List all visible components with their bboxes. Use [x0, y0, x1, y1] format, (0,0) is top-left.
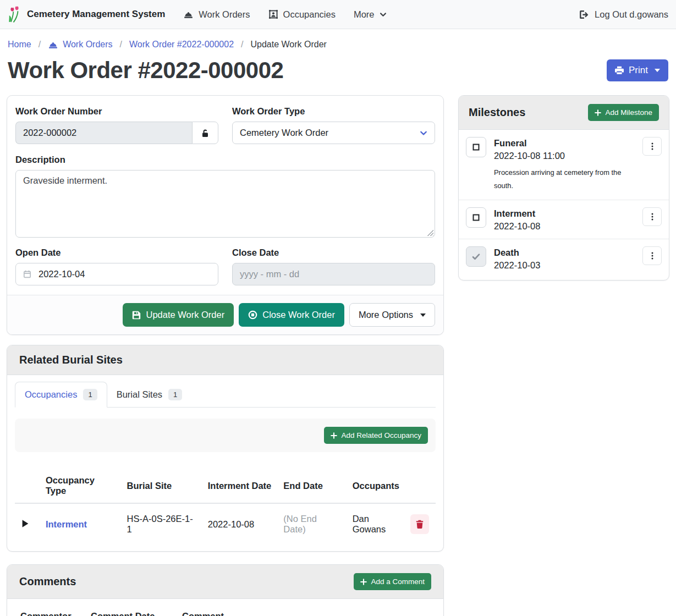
- milestone-date: 2022-10-08 11:00: [494, 151, 635, 161]
- column-header: Burial Site: [122, 469, 202, 503]
- milestone-menu-button[interactable]: [642, 246, 662, 265]
- more-options-button[interactable]: More Options: [349, 303, 435, 327]
- work-order-number-input: 2022-000002: [15, 122, 192, 144]
- comments-card: Comments Add a Comment Commentor Comment…: [7, 564, 444, 616]
- update-work-order-button[interactable]: Update Work Order: [123, 303, 234, 327]
- add-related-occupancy-button[interactable]: Add Related Occupancy: [324, 427, 428, 444]
- related-tabs: Occupancies 1 Burial Sites 1: [15, 382, 436, 408]
- end-date-cell: (No End Date): [283, 514, 317, 534]
- milestone-checkbox[interactable]: [466, 207, 486, 228]
- occupancy-type-link[interactable]: Interment: [46, 519, 87, 529]
- nav-item-label: Work Orders: [199, 9, 250, 20]
- page-title: Work Order #2022-000002: [8, 57, 283, 84]
- column-header: Commentor: [15, 604, 85, 616]
- breadcrumb-work-orders[interactable]: Work Orders: [48, 40, 112, 50]
- hard-hat-icon: [48, 41, 58, 49]
- nav-item-label: Occupancies: [283, 9, 336, 20]
- column-header: End Date: [278, 469, 347, 503]
- tab-occupancies[interactable]: Occupancies 1: [15, 382, 107, 408]
- milestone-title: Funeral: [494, 138, 635, 148]
- form-actions: Update Work Order Close Work Order More …: [7, 295, 443, 334]
- related-burial-sites-card: Related Burial Sites Occupancies 1 Buria…: [7, 345, 444, 552]
- nav-item-more[interactable]: More: [354, 9, 387, 20]
- burial-site-cell: HS-A-0S-26E-1-1: [122, 503, 202, 544]
- description-textarea[interactable]: Graveside interment.: [15, 170, 435, 238]
- delete-occupancy-button[interactable]: [410, 514, 429, 534]
- printer-icon: [615, 66, 624, 75]
- nav-item-work-orders[interactable]: Work Orders: [183, 9, 250, 20]
- description-label: Description: [15, 155, 435, 165]
- tulips-logo-icon: [8, 6, 22, 23]
- milestone-title: Interment: [494, 208, 635, 219]
- save-icon: [132, 311, 141, 320]
- occupancy-row: Interment HS-A-0S-26E-1-1 2022-10-08 (No…: [15, 503, 436, 544]
- close-date-label: Close Date: [232, 248, 435, 258]
- brand-name: Cemetery Management System: [27, 9, 165, 20]
- milestone-checkbox-checked[interactable]: [466, 246, 486, 267]
- breadcrumb: Home / Work Orders / Work Order #2022-00…: [0, 29, 676, 50]
- breadcrumb-work-order-number[interactable]: Work Order #2022-000002: [129, 40, 234, 50]
- stop-circle-icon: [248, 310, 257, 320]
- tab-count-badge: 1: [168, 389, 182, 400]
- milestone-menu-button[interactable]: [642, 207, 662, 226]
- milestone-menu-button[interactable]: [642, 137, 662, 156]
- kebab-icon: [651, 252, 653, 260]
- brand[interactable]: Cemetery Management System: [8, 6, 165, 23]
- logout-label: Log Out d.gowans: [595, 9, 668, 20]
- occupants-cell: Dan Gowans: [347, 503, 405, 544]
- close-work-order-button[interactable]: Close Work Order: [239, 303, 344, 327]
- logout-icon: [580, 10, 589, 19]
- related-burial-sites-title: Related Burial Sites: [19, 354, 123, 366]
- kebab-icon: [651, 213, 653, 221]
- lock-open-icon: [201, 129, 210, 138]
- work-order-type-select[interactable]: Cemetery Work Order: [232, 122, 435, 144]
- comments-table: Commentor Comment Date Comment d.gowans …: [15, 604, 436, 616]
- expand-row-button[interactable]: [20, 518, 30, 529]
- column-header: Comment: [177, 604, 364, 616]
- add-comment-button[interactable]: Add a Comment: [354, 573, 431, 590]
- open-date-input[interactable]: 2022-10-04: [15, 263, 218, 285]
- square-unchecked-icon: [471, 213, 481, 222]
- add-milestone-button[interactable]: Add Milestone: [588, 104, 659, 121]
- kebab-icon: [651, 142, 653, 150]
- caret-down-icon: [420, 314, 426, 317]
- milestone-title: Death: [494, 248, 635, 258]
- close-date-input: yyyy - mm - dd: [232, 263, 435, 285]
- check-icon: [471, 252, 481, 261]
- occupancies-table: Occupancy Type Burial Site Interment Dat…: [15, 469, 436, 544]
- nav-item-label: More: [354, 9, 375, 20]
- milestone-item-funeral: Funeral 2022-10-08 11:00 Procession arri…: [459, 130, 669, 200]
- print-button[interactable]: Print: [607, 59, 668, 81]
- milestone-item-interment: Interment 2022-10-08: [459, 200, 669, 239]
- column-header: Comment Date: [85, 604, 177, 616]
- nav-item-occupancies[interactable]: Occupancies: [268, 9, 336, 20]
- milestone-description: Procession arriving at cemetery from the…: [494, 166, 622, 193]
- work-order-number-label: Work Order Number: [15, 106, 218, 117]
- tab-count-badge: 1: [83, 389, 97, 400]
- unlock-toggle-button[interactable]: [192, 122, 218, 144]
- milestones-title: Milestones: [469, 106, 525, 119]
- milestone-checkbox[interactable]: [466, 137, 486, 157]
- trash-icon: [416, 520, 424, 529]
- occupancies-toolbar: Add Related Occupancy: [15, 419, 436, 452]
- milestone-date: 2022-10-08: [494, 221, 635, 232]
- chevron-down-icon: [420, 129, 427, 137]
- column-header: Occupancy Type: [40, 469, 122, 503]
- column-header: Interment Date: [202, 469, 278, 503]
- breadcrumb-separator: /: [120, 40, 122, 50]
- work-order-type-label: Work Order Type: [232, 106, 435, 117]
- milestone-item-death: Death 2022-10-03: [459, 239, 669, 280]
- breadcrumb-current: Update Work Order: [250, 40, 326, 50]
- caret-down-icon: [655, 69, 660, 72]
- calendar-icon: [23, 270, 31, 278]
- milestone-date: 2022-10-03: [494, 260, 635, 271]
- breadcrumb-separator: /: [241, 40, 243, 50]
- breadcrumb-home[interactable]: Home: [8, 40, 31, 50]
- milestones-card: Milestones Add Milestone Funeral 2022-10…: [458, 95, 669, 280]
- logout-button[interactable]: Log Out d.gowans: [580, 9, 668, 20]
- comments-title: Comments: [19, 575, 76, 588]
- occupant-badge-icon: [268, 9, 278, 19]
- plus-icon: [595, 109, 601, 116]
- column-header: Occupants: [347, 469, 405, 503]
- tab-burial-sites[interactable]: Burial Sites 1: [107, 382, 192, 408]
